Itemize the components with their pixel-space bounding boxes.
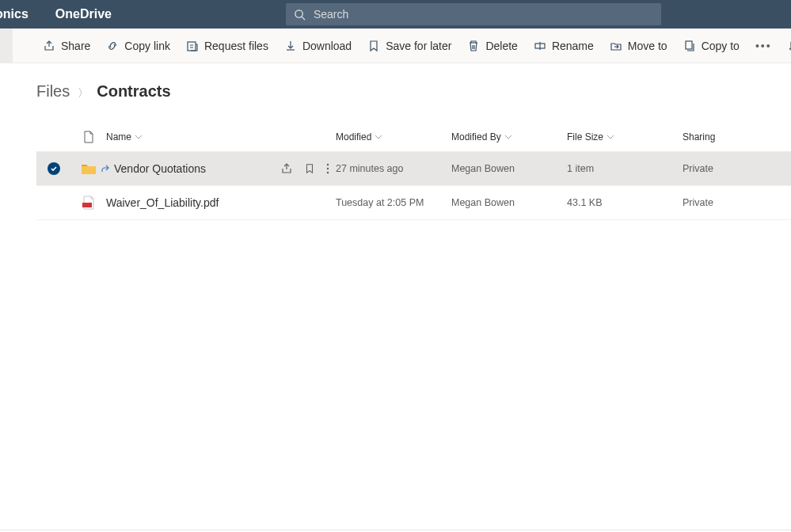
column-header-modified[interactable]: Modified: [336, 131, 451, 142]
cmd-label: Copy to: [702, 40, 740, 52]
share-icon[interactable]: [280, 162, 293, 175]
column-header-name[interactable]: Name: [106, 131, 336, 142]
copy-to-button[interactable]: Copy to: [675, 28, 747, 63]
content-area: Files 〉 Contracts Name Modified Modified…: [0, 63, 791, 220]
file-icon: [83, 131, 94, 143]
column-header-file-size[interactable]: File Size: [567, 131, 683, 142]
app-name[interactable]: OneDrive: [40, 7, 127, 21]
item-name[interactable]: Vendor Quotations: [114, 162, 274, 175]
item-modified: Tuesday at 2:05 PM: [336, 197, 451, 208]
table-row[interactable]: Waiver_Of_Liability.pdf Tuesday at 2:05 …: [36, 186, 791, 220]
svg-point-6: [327, 168, 329, 169]
svg-point-11: [327, 206, 329, 207]
svg-rect-8: [82, 203, 92, 207]
share-icon[interactable]: [280, 196, 293, 209]
check-icon: [50, 165, 58, 173]
svg-line-1: [302, 17, 305, 20]
cmd-label: Download: [302, 40, 352, 52]
item-sharing: Private: [683, 197, 791, 208]
item-size: 1 item: [567, 163, 683, 174]
svg-point-5: [327, 164, 329, 165]
item-modified-by: Megan Bowen: [451, 197, 567, 208]
search-box[interactable]: [286, 3, 661, 25]
more-actions-icon[interactable]: [326, 196, 329, 209]
pdf-file-icon: [82, 196, 95, 210]
share-button[interactable]: Share: [35, 28, 98, 63]
selection-indicator[interactable]: [48, 162, 60, 175]
cmd-label: Save for later: [386, 40, 451, 52]
bookmark-icon: [367, 40, 380, 52]
table-row[interactable]: Vendor Quotations 27 minutes ago Megan B…: [36, 152, 791, 186]
svg-rect-4: [686, 41, 692, 49]
column-label: Name: [106, 131, 131, 142]
file-list: Name Modified Modified By File Size Shar…: [36, 123, 791, 220]
cmd-label: Rename: [552, 40, 594, 52]
svg-point-9: [327, 198, 329, 200]
column-label: Modified By: [451, 131, 501, 142]
rename-button[interactable]: Rename: [526, 28, 602, 63]
command-bar: Share Copy link Request files Download S…: [0, 28, 791, 63]
svg-point-10: [327, 202, 329, 203]
column-label: Modified: [336, 131, 371, 142]
column-label: Sharing: [683, 131, 715, 142]
request-files-button[interactable]: Request files: [178, 28, 276, 63]
svg-rect-2: [188, 42, 196, 51]
column-header-modified-by[interactable]: Modified By: [451, 131, 567, 142]
sort-icon: [788, 40, 791, 52]
cmd-label: Copy link: [124, 40, 170, 52]
item-size: 43.1 KB: [567, 197, 683, 208]
left-rail-sliver: [0, 28, 13, 63]
item-modified-by: Megan Bowen: [451, 163, 567, 174]
download-button[interactable]: Download: [276, 28, 359, 63]
copy-link-button[interactable]: Copy link: [98, 28, 178, 63]
cmd-label: Delete: [485, 40, 517, 52]
suite-bar: onics OneDrive: [0, 0, 791, 28]
link-icon: [106, 40, 119, 52]
trash-icon: [467, 40, 480, 52]
move-to-icon: [610, 40, 622, 52]
cmd-label: Share: [61, 40, 90, 52]
rename-icon: [534, 40, 546, 52]
tenant-name: onics: [0, 7, 40, 21]
delete-button[interactable]: Delete: [459, 28, 525, 63]
cmd-label: Request files: [204, 40, 268, 52]
chevron-down-icon: [607, 133, 614, 141]
breadcrumb-root[interactable]: Files: [36, 82, 70, 101]
bookmark-icon[interactable]: [304, 196, 315, 209]
sort-button[interactable]: S: [780, 28, 791, 63]
svg-point-7: [327, 172, 329, 173]
more-commands-button[interactable]: •••: [747, 28, 780, 63]
request-files-icon: [186, 40, 199, 52]
chevron-right-icon: 〉: [78, 86, 89, 101]
column-header-type[interactable]: [71, 131, 106, 143]
breadcrumb: Files 〉 Contracts: [36, 82, 791, 101]
breadcrumb-current: Contracts: [97, 82, 170, 101]
item-modified: 27 minutes ago: [336, 163, 451, 174]
column-label: File Size: [567, 131, 603, 142]
bookmark-icon[interactable]: [304, 162, 315, 175]
shortcut-overlay-icon: [101, 165, 109, 173]
chevron-down-icon: [504, 133, 512, 141]
svg-point-0: [295, 10, 302, 17]
folder-icon: [81, 162, 97, 175]
move-to-button[interactable]: Move to: [602, 28, 675, 63]
more-actions-icon[interactable]: [326, 162, 329, 175]
list-header: Name Modified Modified By File Size Shar…: [36, 123, 791, 152]
chevron-down-icon: [375, 133, 382, 141]
share-icon: [43, 40, 55, 52]
copy-to-icon: [683, 40, 696, 52]
item-sharing: Private: [683, 163, 791, 174]
chevron-down-icon: [135, 133, 143, 141]
item-name[interactable]: Waiver_Of_Liability.pdf: [106, 196, 274, 209]
cmd-label: Move to: [628, 40, 667, 52]
search-icon: [294, 9, 306, 21]
column-header-sharing[interactable]: Sharing: [683, 131, 791, 142]
download-icon: [284, 40, 297, 52]
save-for-later-button[interactable]: Save for later: [359, 28, 459, 63]
ellipsis-icon: •••: [755, 40, 772, 52]
search-input[interactable]: [312, 7, 653, 21]
